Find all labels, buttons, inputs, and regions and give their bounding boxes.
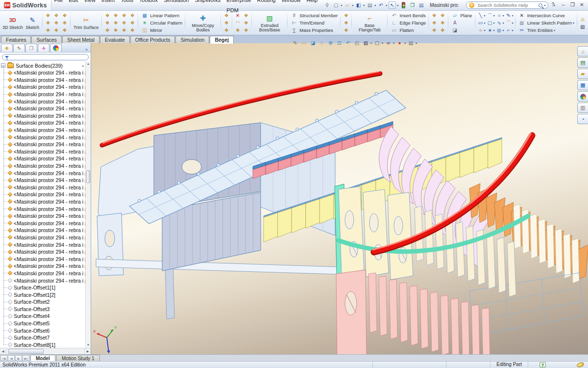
design-binder-3-icon[interactable]: ❖ — [222, 27, 230, 34]
command-tab-sheet-metal[interactable]: Sheet Metal — [62, 36, 99, 43]
restore-button[interactable]: ❐ — [568, 1, 577, 9]
menu-simulation[interactable]: Simulation — [161, 0, 192, 16]
linear-sketch-pattern-icon-icon[interactable]: ▦ — [518, 20, 526, 26]
view-orientation-icon[interactable]: ▧ — [362, 39, 369, 47]
weldment-cube-icon[interactable]: ❖ — [342, 12, 350, 19]
tree-item[interactable]: <Masinski prostor 294 - rebra i p — [0, 234, 91, 241]
previous-view-icon[interactable]: ↶ — [344, 39, 352, 47]
select-arrow-icon[interactable]: ↖ — [389, 1, 396, 9]
scroll-up-icon[interactable]: ▲ — [86, 61, 91, 67]
annotation-icon-icon[interactable]: A — [451, 20, 459, 26]
open-icon[interactable]: ▱ — [343, 1, 351, 9]
tree-root-surface-bodies[interactable]: Surface Bodies(239)▴ — [0, 62, 91, 69]
temporary-axes-icon[interactable]: ⊹ — [318, 39, 325, 47]
slot-icon[interactable]: ▢ — [486, 20, 494, 26]
3d-sketch-button[interactable]: 3D3D Sketch — [1, 15, 24, 31]
knit-surface-icon[interactable]: ❖ — [61, 20, 69, 26]
tree-item[interactable]: Surface-Offset1[1] — [0, 284, 91, 291]
planar-surface-icon[interactable]: ❖ — [52, 20, 60, 26]
swept-cut-icon[interactable]: ❖ — [120, 20, 128, 26]
rip-tool-icon[interactable]: ❖ — [430, 20, 438, 26]
design-binder-2-icon[interactable]: ❖ — [222, 20, 230, 26]
slot-caret-icon[interactable]: ▾ — [493, 21, 495, 25]
arc-icon[interactable]: ⌒ — [486, 12, 494, 19]
trim-entities-button[interactable]: ✂Trim Entities▾ — [517, 27, 575, 34]
gusset-icon[interactable]: ❖ — [342, 20, 350, 26]
last-tab-icon[interactable]: ▶| — [23, 355, 29, 361]
hide-show-items-caret-icon[interactable]: ▾ — [393, 41, 394, 45]
new-document-icon[interactable]: ▢ — [332, 1, 340, 9]
perimeter-circle-icon[interactable]: ◎ — [495, 27, 503, 34]
dropdown-caret-icon[interactable]: ▾ — [352, 3, 353, 7]
tree-item[interactable]: <Masinski prostor 294 - rebra i p — [0, 169, 91, 177]
menu-insert[interactable]: Insert — [98, 0, 118, 16]
ellipse-icon[interactable]: ○ — [495, 12, 503, 19]
edge-flange-button[interactable]: ∟Edge Flange — [389, 20, 427, 26]
scroll-down-icon[interactable]: ▼ — [86, 342, 91, 348]
scroll-up-mini-icon[interactable]: ▴ — [82, 64, 84, 68]
zoom-to-fit-icon[interactable]: ⊕ — [327, 39, 334, 47]
mirror-button[interactable]: ◫Mirror — [140, 27, 183, 34]
tree-item[interactable]: Surface-Offset3 — [0, 306, 91, 313]
tree-item[interactable]: <Masinski prostor 294 - rebra i p — [0, 248, 91, 256]
measure-icon[interactable]: ▭ — [300, 39, 308, 47]
menu-edit[interactable]: Edit — [66, 0, 81, 16]
menu-enterprise-pdm[interactable]: Enterprise PDM — [223, 0, 254, 16]
tree-filter-input[interactable] — [11, 54, 86, 60]
displaymanager-tab[interactable] — [50, 44, 62, 52]
custom-properties-tab[interactable]: ▥ — [577, 103, 588, 113]
tab-model[interactable]: Model — [30, 355, 55, 361]
move-copy-bodies-button[interactable]: ✚Move/Copy Bodies — [187, 13, 219, 33]
linear-sketch-pattern-button[interactable]: ▦Linear Sketch Pattern▾ — [517, 20, 575, 26]
trim-surface-button[interactable]: ✂Trim Surface — [72, 15, 100, 31]
tree-item[interactable]: <Masinski prostor 294 - rebra i p — [0, 77, 91, 84]
menu-routing[interactable]: Routing — [254, 0, 279, 16]
rebuild-traffic-light-icon[interactable] — [400, 1, 407, 9]
flex-body-icon[interactable]: ❖ — [242, 27, 250, 34]
jog-line-icon[interactable]: ⌐ — [505, 27, 513, 34]
trim-entities-icon-icon[interactable]: ✂ — [518, 27, 526, 34]
insert-bends-button[interactable]: ↶Insert Bends — [389, 12, 427, 19]
design-library-tab[interactable]: ▤ — [577, 57, 588, 68]
intersection-curve-icon-icon[interactable]: ✕ — [518, 12, 526, 19]
tree-item[interactable]: <Masinski prostor 294 - rebra i p — [0, 227, 91, 234]
print-icon[interactable]: ▤ — [366, 1, 373, 9]
tree-item[interactable]: Surface-Offset2 — [0, 298, 91, 306]
dimxpert-tab[interactable]: ✛ — [38, 44, 49, 52]
delete-hole-icon[interactable]: ❖ — [112, 20, 120, 26]
first-tab-icon[interactable]: |◀ — [0, 355, 7, 361]
tree-item[interactable]: <Masinski prostor 294 - rebra i p — [0, 105, 91, 112]
scroll-left-icon[interactable]: ◀ — [0, 348, 6, 354]
solidworks-forum-tab[interactable]: ◔ — [577, 114, 588, 124]
sketch-button[interactable]: ✎Sketch — [24, 15, 41, 31]
tree-item[interactable]: <Masinski prostor 294 - rebra i p — [0, 83, 91, 91]
tree-item[interactable]: Surface-Offset8[1] — [0, 342, 91, 348]
perimeter-circle-caret-icon[interactable]: ▾ — [503, 28, 504, 32]
command-tab-evaluate[interactable]: Evaluate — [100, 36, 130, 43]
tree-item[interactable]: <Masinski prostor 294 - rebra i p — [0, 177, 91, 184]
plane-button[interactable]: ▱Plane — [450, 12, 473, 19]
next-tab-icon[interactable]: ▶ — [15, 355, 22, 361]
mass-properties-button[interactable]: ∑Mass Properties — [289, 27, 339, 34]
section-view-icon[interactable]: ◪ — [309, 39, 317, 47]
tree-item[interactable]: <Masinski prostor 294 - rebra i p — [0, 112, 91, 120]
display-style-icon[interactable]: ▢ — [373, 39, 381, 47]
arc-caret-icon[interactable]: ▾ — [493, 14, 495, 17]
tree-item[interactable]: <Masinski prostor 294 - rebra i p — [0, 69, 91, 77]
horizontal-scroll-thumb[interactable] — [8, 349, 44, 354]
command-tab-surfaces[interactable]: Surfaces — [31, 36, 61, 43]
replace-surface-icon[interactable]: ❖ — [61, 27, 69, 34]
line-icon[interactable]: ╲ — [477, 12, 485, 19]
menu-help[interactable]: Help — [304, 0, 321, 16]
tree-item[interactable]: <Masinski prostor 294 - rebra i p — [0, 141, 91, 148]
spline-tools-icon[interactable]: ✎ — [505, 12, 513, 19]
zoom-to-area-icon[interactable]: ⊡ — [336, 39, 343, 47]
ruled-surface-icon[interactable]: ❖ — [128, 20, 136, 26]
tree-item[interactable]: <Masinski prostor 294 - rebra i p — [0, 198, 91, 206]
trim-extend-icon-icon[interactable]: ⊢ — [290, 20, 298, 26]
circular-pattern-button[interactable]: ✳Circular Pattern — [140, 20, 183, 26]
dome-feature-icon[interactable]: ◠ — [234, 20, 242, 26]
file-explorer-tab[interactable]: ▰ — [577, 69, 588, 79]
rectangle-icon[interactable]: ▭ — [477, 20, 485, 26]
scroll-right-icon[interactable]: ▶ — [84, 348, 91, 354]
